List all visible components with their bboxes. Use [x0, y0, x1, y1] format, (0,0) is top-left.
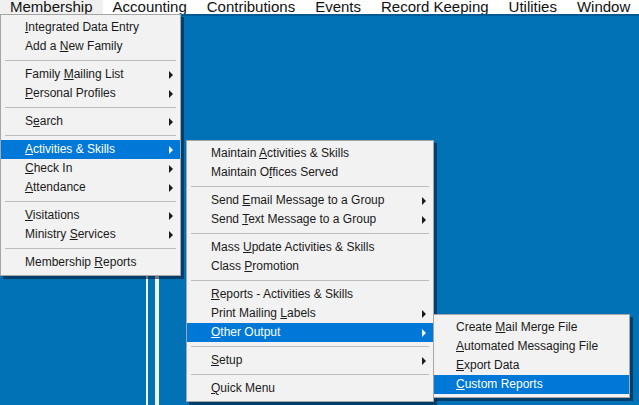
- label-post: uick Menu: [220, 381, 275, 395]
- menu-separator: [191, 280, 429, 281]
- submenu-arrow-icon: [169, 212, 173, 220]
- label-accel: E: [456, 358, 464, 372]
- menu-item-add-a-new-family[interactable]: Add a New Family: [1, 37, 180, 56]
- label-accel: S: [211, 353, 219, 367]
- label-pre: Send: [211, 212, 242, 226]
- menu-separator: [191, 374, 429, 375]
- label-pre: Maintain: [211, 146, 259, 160]
- label-pre: Create: [456, 320, 495, 334]
- label-post: mail Message to a Group: [250, 193, 384, 207]
- label-post: etup: [219, 353, 242, 367]
- menubar-item-membership[interactable]: Membership: [0, 0, 103, 14]
- label-accel: A: [456, 339, 464, 353]
- menu-separator: [5, 107, 176, 108]
- label-post: ctivities & Skills: [267, 146, 349, 160]
- label-pre: Maintain O: [211, 165, 269, 179]
- menu-item-class-promotion[interactable]: Class Promotion: [187, 257, 433, 276]
- submenu-arrow-icon: [422, 357, 426, 365]
- label-pre: Family: [25, 67, 64, 81]
- label-post: ther Output: [220, 325, 280, 339]
- menu-item-export-data[interactable]: Export Data: [434, 356, 629, 375]
- label-pre: Mass: [211, 240, 243, 254]
- label-accel: A: [259, 146, 267, 160]
- submenu-arrow-icon: [169, 71, 173, 79]
- label-accel: Q: [211, 381, 220, 395]
- menu-item-check-in[interactable]: Check In: [1, 159, 180, 178]
- menubar-item-record-keeping[interactable]: Record Keeping: [371, 0, 499, 14]
- menu-item-search[interactable]: Search: [1, 112, 180, 131]
- menu-item-print-mailing-labels[interactable]: Print Mailing Labels: [187, 304, 433, 323]
- label-accel: R: [94, 255, 103, 269]
- menu-item-automated-messaging-file[interactable]: Automated Messaging File: [434, 337, 629, 356]
- menubar-item-window[interactable]: Window: [567, 0, 639, 14]
- menu-item-custom-reports[interactable]: Custom Reports: [434, 375, 629, 394]
- menu-separator: [191, 346, 429, 347]
- label-post: ctivities & Skills: [33, 142, 115, 156]
- activities-skills-submenu: Maintain Activities & SkillsMaintain Off…: [186, 140, 434, 402]
- label-post: arch: [40, 114, 63, 128]
- menubar-item-accounting[interactable]: Accounting: [103, 0, 197, 14]
- window-edge-line: [155, 273, 159, 405]
- label-accel: V: [25, 208, 33, 222]
- label-post: ew Family: [68, 39, 122, 53]
- submenu-arrow-icon: [169, 90, 173, 98]
- menu-bar: MembershipAccountingContributionsEventsR…: [0, 0, 639, 14]
- menu-item-activities-skills[interactable]: Activities & Skills: [1, 140, 180, 159]
- label-accel: A: [25, 142, 33, 156]
- menubar-item-events[interactable]: Events: [305, 0, 371, 14]
- label-post: eports: [103, 255, 136, 269]
- menubar-item-contributions[interactable]: Contributions: [197, 0, 305, 14]
- submenu-arrow-icon: [169, 165, 173, 173]
- label-pre: Ministry: [25, 227, 70, 241]
- menu-separator: [5, 60, 176, 61]
- menu-item-reports-activities-skills[interactable]: Reports - Activities & Skills: [187, 285, 433, 304]
- menu-item-send-text-message-to-a-group[interactable]: Send Text Message to a Group: [187, 210, 433, 229]
- menu-item-quick-menu[interactable]: Quick Menu: [187, 379, 433, 398]
- label-accel: C: [456, 377, 465, 391]
- label-accel: A: [25, 180, 33, 194]
- label-accel: S: [70, 227, 78, 241]
- menu-item-other-output[interactable]: Other Output: [187, 323, 433, 342]
- label-post: romotion: [252, 259, 299, 273]
- submenu-arrow-icon: [169, 184, 173, 192]
- menu-separator: [5, 201, 176, 202]
- submenu-arrow-icon: [422, 310, 426, 318]
- label-accel: P: [25, 86, 33, 100]
- menu-item-maintain-offices-served[interactable]: Maintain Offices Served: [187, 163, 433, 182]
- menu-item-integrated-data-entry[interactable]: Integrated Data Entry: [1, 18, 180, 37]
- label-post: utomated Messaging File: [464, 339, 598, 353]
- menu-item-membership-reports[interactable]: Membership Reports: [1, 253, 180, 272]
- menubar-item-utilities[interactable]: Utilities: [499, 0, 567, 14]
- menu-separator: [5, 135, 176, 136]
- label-post: ervices: [78, 227, 116, 241]
- menu-item-mass-update-activities-skills[interactable]: Mass Update Activities & Skills: [187, 238, 433, 257]
- menu-separator: [191, 186, 429, 187]
- label-accel: U: [243, 240, 252, 254]
- menu-item-setup[interactable]: Setup: [187, 351, 433, 370]
- submenu-arrow-icon: [169, 118, 173, 126]
- submenu-arrow-icon: [169, 146, 173, 154]
- label-accel: O: [211, 325, 220, 339]
- label-accel: C: [25, 161, 34, 175]
- label-post: ail Merge File: [505, 320, 577, 334]
- menu-item-family-mailing-list[interactable]: Family Mailing List: [1, 65, 180, 84]
- submenu-arrow-icon: [422, 197, 426, 205]
- label-post: heck In: [34, 161, 73, 175]
- label-pre: Membership: [25, 255, 94, 269]
- menu-item-attendance[interactable]: Attendance: [1, 178, 180, 197]
- app-window: MembershipAccountingContributionsEventsR…: [0, 0, 639, 405]
- label-accel: e: [33, 114, 40, 128]
- label-post: abels: [287, 306, 316, 320]
- label-post: fices Served: [272, 165, 338, 179]
- menu-item-maintain-activities-skills[interactable]: Maintain Activities & Skills: [187, 144, 433, 163]
- label-post: ailing List: [74, 67, 124, 81]
- label-post: ttendance: [33, 180, 86, 194]
- menu-item-send-email-message-to-a-group[interactable]: Send Email Message to a Group: [187, 191, 433, 210]
- menu-item-ministry-services[interactable]: Ministry Services: [1, 225, 180, 244]
- menu-separator: [5, 248, 176, 249]
- menu-item-create-mail-merge-file[interactable]: Create Mail Merge File: [434, 318, 629, 337]
- menu-item-visitations[interactable]: Visitations: [1, 206, 180, 225]
- label-post: eports - Activities & Skills: [220, 287, 353, 301]
- menu-item-personal-profiles[interactable]: Personal Profiles: [1, 84, 180, 103]
- label-post: ext Message to a Group: [248, 212, 376, 226]
